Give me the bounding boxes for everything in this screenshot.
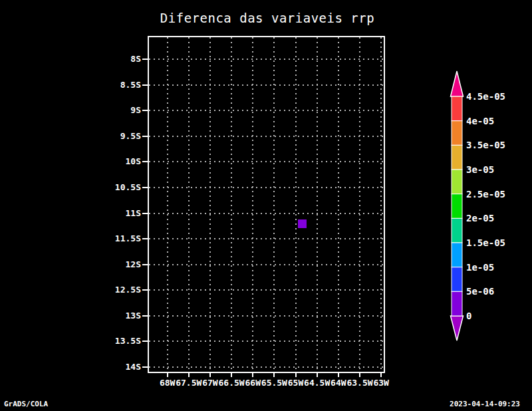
- x-axis-tick: [317, 373, 318, 377]
- colorbar-tick-label: 4.5e-05: [466, 90, 505, 102]
- x-axis-tick: [359, 373, 360, 377]
- colorbar-tick-label: 2.5e-05: [466, 188, 505, 200]
- y-axis-tick: [142, 341, 148, 342]
- gridline-vertical: [167, 37, 168, 372]
- grads-canvas: Diferenca das variaveis rrp 68W67.5W67W6…: [0, 0, 532, 411]
- colorbar-segment: [452, 267, 462, 292]
- gridline-horizontal: [149, 59, 384, 60]
- gridline-vertical: [317, 37, 318, 372]
- y-axis-tick: [142, 161, 148, 162]
- data-cell: [298, 219, 307, 228]
- plot-area: 68W67.5W67W66.5W66W65.5W65W64.5W64W63.5W…: [148, 36, 385, 373]
- colorbar-graphic: [439, 67, 479, 346]
- gridline-horizontal: [149, 264, 384, 265]
- colorbar-tick-label: 4e-05: [466, 115, 494, 127]
- gridline-vertical: [359, 37, 360, 372]
- y-tick-label: 12S: [93, 259, 141, 270]
- y-tick-label: 10S: [93, 156, 141, 167]
- y-axis-tick: [142, 289, 148, 291]
- y-axis-tick: [142, 110, 148, 111]
- x-axis-tick: [209, 373, 211, 377]
- gridline-horizontal: [149, 110, 384, 111]
- gridline-vertical: [295, 37, 297, 372]
- colorbar-tick-label: 0: [466, 310, 471, 322]
- colorbar-tick-label: 1.5e-05: [466, 237, 505, 249]
- gridline-vertical: [231, 37, 232, 372]
- y-tick-label: 8S: [93, 54, 141, 65]
- y-axis-tick: [142, 136, 148, 137]
- y-tick-label: 10.5S: [93, 182, 141, 193]
- colorbar-tick-label: 1e-05: [466, 261, 494, 273]
- y-tick-label: 9.5S: [93, 131, 141, 142]
- y-axis-tick: [142, 238, 148, 239]
- x-axis-tick: [231, 373, 232, 377]
- y-tick-label: 11.5S: [93, 233, 141, 244]
- y-tick-label: 14S: [93, 362, 141, 372]
- colorbar-tick-label: 2e-05: [466, 212, 494, 224]
- gridline-horizontal: [149, 136, 384, 137]
- y-tick-label: 13S: [93, 311, 141, 321]
- y-tick-label: 8.5S: [93, 80, 141, 90]
- x-axis-tick: [338, 373, 339, 377]
- gridline-horizontal: [149, 289, 384, 291]
- colorbar-segment: [452, 145, 462, 170]
- x-axis-tick: [273, 373, 275, 377]
- y-tick-label: 12.5S: [93, 285, 141, 295]
- y-axis-tick: [142, 366, 148, 368]
- colorbar-arrow-above-max: [451, 71, 464, 96]
- y-axis-tick: [142, 213, 148, 214]
- colorbar: 05e-061e-051.5e-052e-052.5e-053e-053.5e-…: [439, 67, 532, 349]
- colorbar-tick-label: 3.5e-05: [466, 139, 505, 151]
- colorbar-segment: [452, 121, 462, 146]
- gridline-horizontal: [149, 213, 384, 214]
- gridline-horizontal: [149, 84, 384, 86]
- gridline-horizontal: [149, 238, 384, 239]
- colorbar-segment: [452, 291, 462, 316]
- timestamp: 2023-04-14-09:23: [450, 400, 520, 408]
- y-axis-tick: [142, 84, 148, 86]
- gridline-horizontal: [149, 187, 384, 188]
- gridline-horizontal: [149, 315, 384, 317]
- gridline-vertical: [252, 37, 253, 372]
- x-tick-label: 63W: [360, 378, 402, 388]
- colorbar-segment: [452, 194, 462, 219]
- x-axis-tick: [252, 373, 253, 377]
- colorbar-segment: [452, 243, 462, 267]
- colorbar-arrow-below-min: [451, 316, 464, 341]
- y-axis-tick: [142, 187, 148, 188]
- x-axis-tick: [167, 373, 168, 377]
- gridline-vertical: [380, 37, 382, 372]
- gridline-horizontal: [149, 366, 384, 368]
- gridline-horizontal: [149, 341, 384, 342]
- x-axis-tick: [295, 373, 297, 377]
- y-tick-label: 13.5S: [93, 336, 141, 346]
- y-axis-tick: [142, 315, 148, 317]
- colorbar-segment: [452, 96, 462, 121]
- chart-title: Diferenca das variaveis rrp: [121, 11, 414, 25]
- colorbar-tick-label: 5e-06: [466, 285, 494, 297]
- gridline-vertical: [188, 37, 190, 372]
- gridline-vertical: [273, 37, 275, 372]
- x-axis-tick: [380, 373, 382, 377]
- y-axis-tick: [142, 59, 148, 60]
- colorbar-tick-label: 3e-05: [466, 164, 494, 176]
- gridline-horizontal: [149, 161, 384, 162]
- colorbar-segment: [452, 218, 462, 243]
- gridline-vertical: [338, 37, 339, 372]
- y-axis-tick: [142, 264, 148, 265]
- y-tick-label: 9S: [93, 105, 141, 116]
- gridline-vertical: [209, 37, 211, 372]
- x-axis-tick: [188, 373, 190, 377]
- grads-attribution: GrADS/COLA: [4, 400, 48, 408]
- y-tick-label: 11S: [93, 208, 141, 219]
- colorbar-segment: [452, 170, 462, 194]
